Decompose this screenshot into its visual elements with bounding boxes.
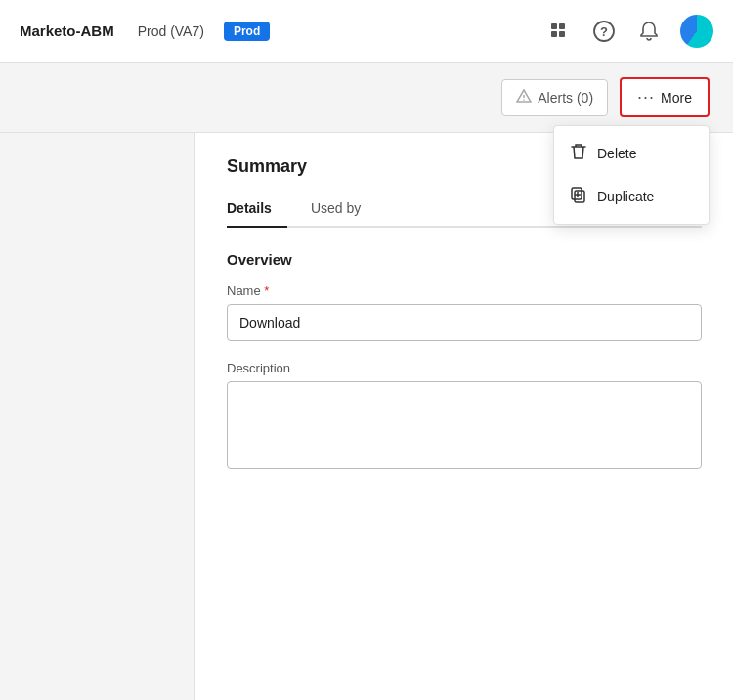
name-label: Name * — [227, 284, 702, 298]
name-field-group: Name * — [227, 284, 702, 361]
toolbar: Alerts (0) ··· More Delete Dup — [0, 63, 733, 133]
duplicate-icon — [570, 186, 587, 207]
name-input[interactable] — [227, 304, 702, 341]
overview-title: Overview — [227, 251, 702, 268]
description-label: Description — [227, 361, 702, 375]
alerts-button[interactable]: Alerts (0) — [501, 79, 608, 116]
alerts-label: Alerts (0) — [538, 90, 593, 106]
svg-rect-9 — [572, 188, 582, 199]
tab-used-by[interactable]: Used by — [311, 193, 376, 228]
nav-icons: ? — [545, 15, 713, 48]
svg-rect-1 — [559, 23, 565, 29]
required-indicator: * — [264, 284, 269, 298]
svg-rect-2 — [551, 31, 557, 37]
more-button[interactable]: ··· More — [620, 77, 710, 117]
description-textarea[interactable] — [227, 381, 702, 469]
bell-icon[interactable] — [635, 18, 663, 45]
svg-rect-8 — [575, 191, 584, 202]
more-label: More — [661, 90, 692, 106]
alert-triangle-icon — [516, 88, 532, 108]
svg-point-7 — [523, 99, 525, 101]
delete-menu-item[interactable]: Delete — [554, 132, 709, 175]
top-navigation: Marketo-ABM Prod (VA7) Prod ? — [0, 0, 733, 63]
svg-text:?: ? — [600, 24, 608, 39]
trash-icon — [570, 143, 587, 164]
tab-details[interactable]: Details — [227, 193, 287, 228]
brand-name: Marketo-ABM — [20, 22, 114, 39]
sidebar — [0, 133, 195, 700]
environment-label: Prod (VA7) — [138, 23, 204, 39]
prod-badge[interactable]: Prod — [224, 22, 270, 41]
description-field-group: Description — [227, 361, 702, 473]
apps-icon[interactable] — [545, 18, 573, 45]
duplicate-menu-item[interactable]: Duplicate — [554, 175, 709, 218]
svg-rect-3 — [559, 31, 565, 37]
duplicate-label: Duplicate — [597, 189, 654, 204]
help-icon[interactable]: ? — [590, 18, 618, 45]
user-avatar[interactable] — [680, 15, 713, 48]
ellipsis-icon: ··· — [637, 87, 655, 108]
delete-label: Delete — [597, 146, 636, 161]
more-dropdown-menu: Delete Duplicate — [553, 125, 710, 225]
svg-rect-0 — [551, 23, 557, 29]
